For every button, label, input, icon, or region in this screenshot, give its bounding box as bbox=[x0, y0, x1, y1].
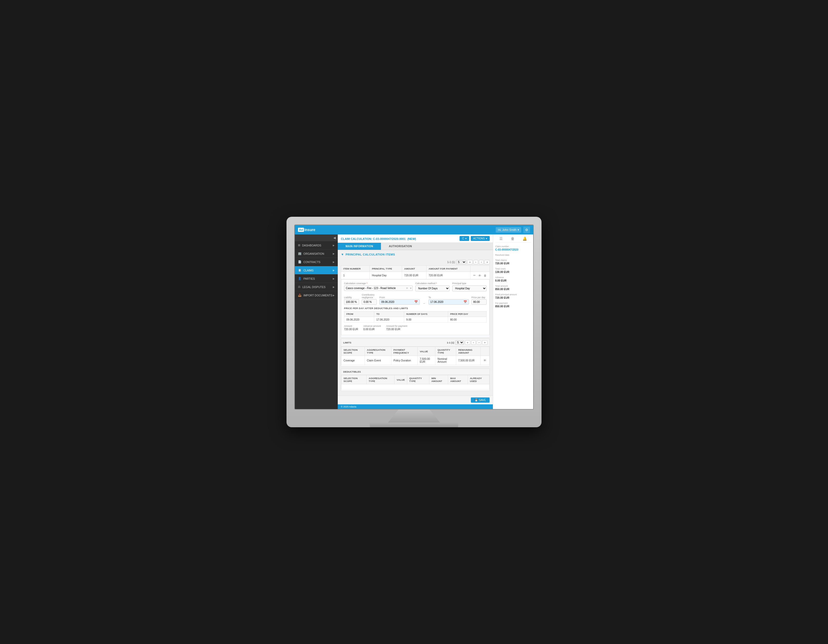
view-row-button[interactable]: 👁 bbox=[477, 273, 482, 277]
sidebar-item-legal-disputes[interactable]: ⚖ LEGAL DISPUTES ▶ bbox=[295, 283, 338, 291]
top-right-area: Hi, John Smith ▾ ⚙ bbox=[496, 227, 530, 233]
limits-prev-page[interactable]: ‹ bbox=[471, 340, 476, 345]
tab-authorisation[interactable]: AUTHORISATION bbox=[381, 243, 420, 250]
import-icon: 📥 bbox=[298, 293, 301, 297]
limits-row: Coverage Claim Event Policy Duration 7,5… bbox=[342, 356, 489, 365]
col-actions bbox=[481, 347, 489, 356]
col-remaining: REMAINING AMOUNT bbox=[456, 347, 480, 356]
collapse-arrow-icon[interactable]: ▼ bbox=[341, 253, 344, 256]
view-limit-button[interactable]: 👁 bbox=[483, 359, 487, 362]
contrib-negligence-label: Contributory negligence bbox=[362, 293, 377, 299]
user-menu-button[interactable]: Hi, John Smith ▾ bbox=[496, 227, 521, 233]
deductibles-section: DEDUCTIBLES SELECTION SCOPE AGGREGATION … bbox=[341, 368, 490, 391]
calc-coverage-input[interactable]: ✕ ▾ bbox=[344, 285, 413, 291]
footer: © 2020 Adacta bbox=[338, 404, 493, 409]
cell-principal-type: Hospital Day bbox=[370, 272, 402, 279]
c-button[interactable]: C ▾ bbox=[459, 236, 469, 241]
contrib-negligence-field[interactable] bbox=[362, 299, 377, 305]
actions-button[interactable]: ACTIONS ▾ bbox=[471, 236, 490, 241]
bell-icon[interactable]: 🔔 bbox=[522, 237, 527, 241]
cell-frequency: Policy Duration bbox=[391, 356, 418, 365]
liability-field[interactable] bbox=[344, 299, 359, 305]
sidebar-item-organisation[interactable]: 🏢 ORGANISATION ▶ bbox=[295, 249, 338, 258]
sidebar-item-contracts[interactable]: 📄 CONTRACTS ▶ bbox=[295, 258, 338, 266]
delete-row-button[interactable]: 🗑 bbox=[483, 273, 488, 277]
expand-coverage-button[interactable]: ▾ bbox=[409, 287, 412, 290]
advance-info: Advance 0.00 EUR bbox=[495, 276, 531, 282]
col-agg-type: AGGREGATION TYPE bbox=[365, 347, 391, 356]
col-num-days: NUMBER OF DAYS bbox=[404, 312, 448, 317]
price-per-day-field[interactable] bbox=[472, 299, 486, 305]
edit-row-button[interactable]: ✏ bbox=[472, 273, 477, 277]
sidebar-item-label: CLAIMS bbox=[303, 269, 314, 272]
legal-icon: ⚖ bbox=[298, 285, 301, 288]
for-payment-info: For payment 850.00 EUR bbox=[495, 302, 531, 308]
price-per-day-label: Price per day bbox=[472, 296, 486, 299]
limits-next-page[interactable]: › bbox=[477, 340, 481, 345]
right-panel: ☰ 🗑 🔔 Claim number C-03-0000047/2020 Res… bbox=[493, 235, 533, 409]
contracts-icon: 📄 bbox=[298, 260, 301, 263]
dashboards-icon: ⊞ bbox=[298, 244, 300, 247]
section-title: PRINCIPAL CALCULATION ITEMS bbox=[345, 253, 395, 256]
clear-coverage-button[interactable]: ✕ bbox=[405, 287, 409, 290]
footer-text: © 2020 Adacta bbox=[341, 406, 356, 408]
calendar-icon: 📅 bbox=[463, 300, 467, 304]
advance-value: 0.00 EUR bbox=[363, 328, 375, 331]
page-size-select[interactable]: 5 10 25 bbox=[456, 260, 466, 264]
final-principal-info: Final principal amount 720.00 EUR bbox=[495, 293, 531, 299]
sidebar-item-parties[interactable]: 👤 PARTIES ▶ bbox=[295, 274, 338, 283]
limits-first-page[interactable]: « bbox=[465, 340, 470, 345]
sidebar-item-dashboards[interactable]: ⊞ DASHBOARDS ▶ bbox=[295, 241, 338, 249]
claim-title: CLAIM CALCULATION: C-03-0000047/2020.000… bbox=[341, 236, 416, 241]
col-scope: SELECTION SCOPE bbox=[342, 347, 365, 356]
prev-page-button[interactable]: ‹ bbox=[474, 260, 478, 264]
first-page-button[interactable]: « bbox=[467, 260, 472, 264]
limits-page-size[interactable]: 5 bbox=[455, 340, 464, 345]
from-date-field[interactable] bbox=[381, 301, 414, 303]
calc-method-select[interactable]: Number Of Days bbox=[415, 285, 450, 291]
next-page-button[interactable]: › bbox=[479, 260, 483, 264]
sidebar-item-label: PARTIES bbox=[303, 277, 315, 280]
sidebar-toggle[interactable]: ◀ bbox=[295, 235, 338, 241]
calc-coverage-label: Calculation coverage * bbox=[344, 282, 413, 285]
trash-icon[interactable]: 🗑 bbox=[511, 237, 514, 241]
advance-label: Advance bbox=[495, 276, 531, 279]
chevron-down-icon: ▾ bbox=[518, 228, 519, 232]
hamburger-icon[interactable]: ☰ bbox=[499, 237, 503, 241]
sidebar-item-import-documents[interactable]: 📥 IMPORT DOCUMENTS ▶ bbox=[295, 291, 338, 299]
for-payment-label: For payment bbox=[495, 302, 531, 304]
sidebar-item-claims[interactable]: 📋 CLAIMS ▶ bbox=[295, 266, 338, 274]
pagination-info: 1-1 (1) bbox=[447, 261, 455, 263]
limits-last-page[interactable]: » bbox=[482, 340, 488, 345]
to-date-field[interactable] bbox=[430, 301, 463, 303]
col-ded-min: MIN AMOUNT bbox=[429, 375, 448, 384]
amount-label: Amount bbox=[344, 325, 358, 327]
from-date-picker[interactable]: 📅 bbox=[380, 299, 420, 305]
chevron-right-icon: ▶ bbox=[333, 294, 335, 297]
principal-type-select[interactable]: Hospital Day bbox=[452, 285, 486, 291]
advance-label: Advance amount bbox=[363, 325, 381, 327]
col-item-number: ITEM NUMBER bbox=[341, 266, 370, 272]
to-date-picker[interactable]: 📅 bbox=[428, 299, 469, 305]
save-button[interactable]: 💾 SAVE bbox=[471, 397, 490, 403]
claim-id: C-03-0000047/2020.0001 bbox=[373, 237, 405, 240]
limits-section: LIMITS 1-1 (1) 5 « ‹ › » bbox=[341, 338, 490, 367]
for-payment-label: Amount for payment bbox=[386, 325, 407, 327]
tab-main-information[interactable]: MAIN INFORMATION bbox=[338, 243, 381, 250]
col-ded-agg: AGGREGATION TYPE bbox=[366, 375, 395, 384]
settings-button[interactable]: ⚙ bbox=[523, 227, 530, 233]
last-page-button[interactable]: » bbox=[485, 260, 490, 264]
cell-limit-actions: 👁 bbox=[481, 356, 489, 365]
date-separator: – bbox=[422, 302, 426, 305]
chevron-right-icon: ▶ bbox=[333, 277, 335, 280]
price-day-row: 09.06.2020 17.06.2020 9.00 80.00 bbox=[344, 317, 486, 323]
total-costs-info: Total costs 130.00 EUR bbox=[495, 268, 531, 273]
col-actions bbox=[470, 266, 490, 272]
main-content: ▼ PRINCIPAL CALCULATION ITEMS 1-1 (1) 5 … bbox=[338, 250, 493, 395]
col-ded-value: VALUE bbox=[395, 375, 407, 384]
chevron-right-icon: ▶ bbox=[333, 269, 335, 272]
cell-days: 9.00 bbox=[404, 317, 448, 323]
final-principal-value: 720.00 EUR bbox=[495, 296, 509, 299]
col-price-per-day: PRICE PER DAY bbox=[448, 312, 486, 317]
calc-coverage-field[interactable] bbox=[344, 286, 405, 291]
